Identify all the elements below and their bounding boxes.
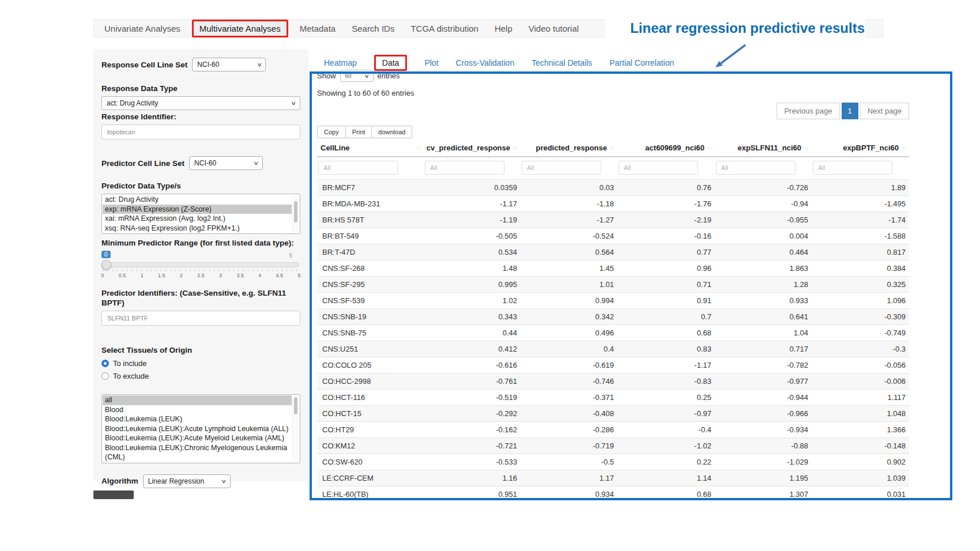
- print-button[interactable]: Print: [345, 126, 372, 138]
- cell-value: -0.4: [617, 422, 715, 438]
- tab-plot[interactable]: Plot: [424, 58, 438, 67]
- cell-value: 1.117: [812, 390, 909, 406]
- column-header-expslfn11-nci60[interactable]: expSLFN11_nci60↑↓: [715, 141, 812, 157]
- table-row: CO:COLO 205-0.616-0.619-1.17-0.782-0.056: [317, 357, 909, 373]
- algorithm-value: Linear Regression: [148, 477, 204, 485]
- tab-heatmap[interactable]: Heatmap: [324, 58, 357, 67]
- nav-item-metadata[interactable]: Metadata: [292, 24, 344, 33]
- column-header-act609699-nci60[interactable]: act609699_nci60↑↓: [617, 141, 715, 157]
- table-row: CNS:SF-5391.020.9940.910.9331.096: [317, 293, 909, 309]
- cell-value: -0.619: [521, 357, 617, 373]
- tissue-option-blood-leukemia-leuk-acute-lymphoid-leukemia-all[interactable]: Blood:Leukemia (LEUK):Acute Lymphoid Leu…: [103, 424, 292, 434]
- slider-tick-label: 1: [136, 273, 148, 278]
- tissue-option-blood[interactable]: Blood: [103, 405, 292, 415]
- tissue-option-all[interactable]: all: [103, 395, 292, 405]
- tissue-option-blood-leukemia-leuk-chronic-myelogenous-leukemia-cml[interactable]: Blood:Leukemia (LEUK):Chronic Myelogenou…: [103, 443, 292, 462]
- column-header-label: act609699_nci60: [645, 144, 704, 152]
- sort-icon[interactable]: ↑↓: [513, 145, 517, 151]
- cell-value: 1.048: [812, 406, 909, 422]
- cell-value: -0.977: [715, 373, 812, 390]
- predictor-cell-line-set-select[interactable]: NCI-60 ∨: [189, 156, 263, 170]
- cell-value: -0.955: [715, 212, 812, 228]
- response-data-type-select[interactable]: act: Drug Activity ∨: [101, 96, 300, 110]
- tab-cross-validation[interactable]: Cross-Validation: [456, 58, 515, 67]
- show-entries-row: Show 60 ∨ entries: [317, 70, 400, 82]
- column-header-cellline[interactable]: CellLine↑↓: [317, 141, 424, 157]
- tissue-option-blood-leukemia-leuk-acute-myeloid-leukemia-aml[interactable]: Blood:Leukemia (LEUK):Acute Myeloid Leuk…: [103, 433, 292, 443]
- response-identifier-input[interactable]: [101, 124, 300, 139]
- column-filter-input-predicted-response[interactable]: [522, 161, 601, 175]
- cell-value: -0.371: [521, 390, 617, 406]
- table-head: CellLine↑↓cv_predicted_response↑↓predict…: [317, 141, 909, 180]
- column-header-cv-predicted-response[interactable]: cv_predicted_response↑↓: [424, 141, 521, 157]
- cell-value: -0.966: [715, 406, 812, 422]
- column-header-expbptf-nci60[interactable]: expBPTF_nci60↑↓: [812, 141, 909, 157]
- tissue-radio-to-include[interactable]: To include: [101, 359, 300, 368]
- predictor-type-option-exp-mrna-expression-z-score[interactable]: exp: mRNA Expression (Z-Score): [103, 205, 292, 214]
- cell-line-name: CNS:SF-268: [317, 261, 424, 277]
- cell-value: 1.307: [715, 486, 812, 503]
- cell-value: -0.944: [715, 390, 812, 406]
- nav-item-help[interactable]: Help: [487, 24, 521, 33]
- tissue-radio-to-exclude[interactable]: To exclude: [101, 372, 300, 380]
- sort-icon[interactable]: ↑↓: [707, 145, 711, 151]
- show-entries-select[interactable]: 60 ∨: [340, 70, 374, 82]
- slider-tick-label: 2.5: [195, 273, 206, 278]
- sort-icon[interactable]: ↑↓: [416, 145, 420, 151]
- column-filter-input-expbptf-nci60[interactable]: [813, 161, 892, 175]
- tab-technical-details[interactable]: Technical Details: [532, 58, 592, 67]
- column-filter-input-cv-predicted-response[interactable]: [425, 161, 504, 175]
- nav-item-search-ids[interactable]: Search IDs: [344, 24, 402, 33]
- slider-handle[interactable]: [101, 260, 111, 270]
- cell-value: 0.902: [812, 454, 909, 470]
- cell-value: -1.588: [812, 228, 909, 244]
- cell-value: -0.83: [617, 373, 715, 390]
- listbox-scrollbar[interactable]: [292, 195, 299, 232]
- show-entries-suffix: entries: [378, 71, 400, 80]
- predictor-identifiers-input[interactable]: [101, 311, 300, 326]
- nav-item-video-tutorial[interactable]: Video tutorial: [521, 24, 587, 33]
- cell-value: -0.88: [715, 438, 812, 454]
- nav-item-tcga-distribution[interactable]: TCGA distribution: [402, 24, 487, 33]
- column-filter-input-act609699-nci60[interactable]: [619, 161, 698, 175]
- current-page-button[interactable]: 1: [842, 103, 858, 119]
- cell-value: -0.505: [424, 228, 521, 244]
- pagination: Previous page 1 Next page: [777, 103, 909, 119]
- copy-button[interactable]: Copy: [317, 126, 346, 138]
- predictor-data-types-label: Predictor Data Type/s: [101, 181, 300, 191]
- predictor-type-option-xai-mrna-expression-avg-log2-int[interactable]: xai: mRNA Expression (Avg. log2 Int.): [103, 214, 292, 224]
- cell-value: 1.28: [715, 277, 812, 293]
- cell-line-name: LE:HL-60(TB): [317, 486, 424, 503]
- cell-line-name: CNS:U251: [317, 341, 424, 357]
- predictor-type-option-act-drug-activity[interactable]: act: Drug Activity: [103, 195, 292, 205]
- column-filter-input-expslfn11-nci60[interactable]: [716, 161, 796, 175]
- tab-data[interactable]: Data: [374, 55, 408, 71]
- nav-item-multivariate-analyses[interactable]: Multivariate Analyses: [192, 20, 288, 37]
- radio-label: To exclude: [113, 372, 149, 380]
- sort-icon[interactable]: ↑↓: [804, 145, 808, 151]
- cell-value: -1.19: [424, 212, 521, 228]
- nav-item-univariate-analyses[interactable]: Univariate Analyses: [96, 24, 189, 33]
- cell-value: -1.18: [521, 196, 617, 212]
- next-page-button[interactable]: Next page: [860, 103, 909, 119]
- response-identifier-label: Response Identifier:: [101, 112, 300, 122]
- sort-icon[interactable]: ↑↓: [610, 145, 614, 151]
- predictor-type-option-xsq-rna-seq-expression-log2-fpkm-1[interactable]: xsq: RNA-seq Expression (log2 FPKM+1.): [103, 224, 292, 233]
- cell-value: -1.02: [617, 438, 715, 454]
- sort-icon[interactable]: ↑↓: [902, 145, 906, 151]
- response-cell-line-set-select[interactable]: NCI-60 ∨: [192, 58, 266, 71]
- tab-partial-correlation[interactable]: Partial Correlation: [609, 58, 674, 67]
- tissue-option-blood-leukemia-leuk[interactable]: Blood:Leukemia (LEUK): [103, 414, 292, 424]
- cell-value: -1.76: [617, 196, 715, 212]
- algorithm-select[interactable]: Linear Regression ∨: [143, 474, 231, 488]
- column-filter-input-cellline[interactable]: [318, 161, 398, 175]
- listbox-scrollbar[interactable]: [292, 396, 299, 462]
- download-button[interactable]: download: [371, 126, 412, 138]
- slider-track[interactable]: [103, 262, 299, 267]
- slider-grid: [103, 269, 299, 271]
- cell-value: 0.4: [521, 341, 617, 357]
- table-row: CO:KM12-0.721-0.719-1.02-0.88-0.148: [317, 438, 909, 454]
- previous-page-button[interactable]: Previous page: [777, 103, 839, 119]
- chevron-down-icon: ∨: [291, 100, 297, 106]
- column-header-predicted-response[interactable]: predicted_response↑↓: [521, 141, 617, 157]
